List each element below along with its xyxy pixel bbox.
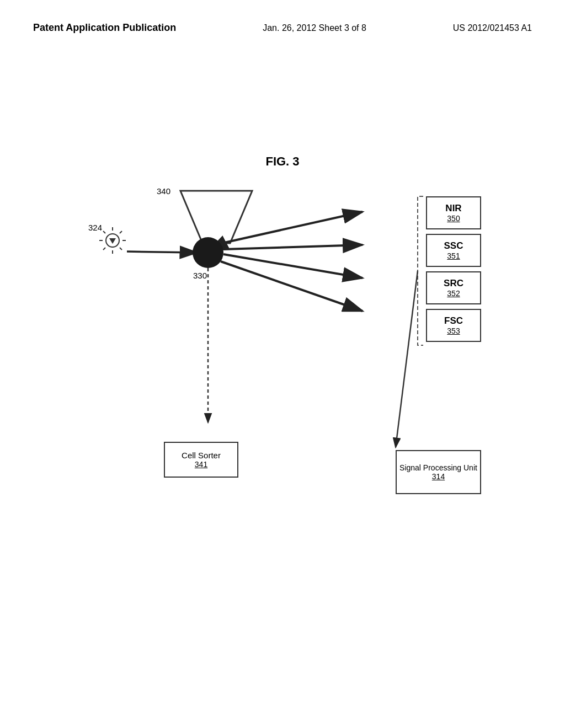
figure-title: FIG. 3 [265, 154, 299, 169]
svg-marker-9 [109, 238, 116, 244]
svg-line-5 [103, 231, 105, 233]
detector-ssc: SSC 351 [426, 234, 481, 267]
detector-src-name: SRC [444, 278, 463, 289]
cell-sorter-num: 341 [195, 460, 207, 469]
arrow-funnel-cell [209, 243, 225, 251]
arrow-laser-cell [127, 251, 197, 253]
svg-line-8 [120, 248, 122, 250]
detector-src: SRC 352 [426, 271, 481, 304]
page-header: Patent Application Publication Jan. 26, … [0, 0, 565, 34]
detector-nir: NIR 350 [426, 196, 481, 229]
detectors-group: NIR 350 SSC 351 SRC 352 FSC 353 [426, 196, 481, 342]
arrow-cell-src [223, 254, 363, 278]
cell-circle [193, 237, 223, 268]
figure-area: FIG. 3 [0, 154, 565, 494]
publication-date: Jan. 26, 2012 Sheet 3 of 8 [263, 23, 366, 33]
svg-line-6 [120, 231, 122, 233]
detector-fsc-num: 353 [447, 326, 460, 335]
detector-nir-num: 350 [447, 214, 460, 223]
svg-line-7 [103, 248, 105, 250]
signal-processing-unit-box: Signal Processing Unit 314 [396, 450, 481, 494]
diagram-svg [84, 185, 481, 494]
diagram: 340 324 330 NIR 350 SSC 351 SRC 352 FSC … [84, 185, 481, 494]
svg-point-0 [106, 234, 119, 247]
arrow-cell-nir [222, 212, 363, 243]
laser-source [99, 227, 126, 254]
detector-fsc-name: FSC [444, 315, 463, 326]
detector-bracket [418, 196, 423, 345]
detector-ssc-name: SSC [444, 240, 463, 251]
spu-num: 314 [432, 472, 445, 481]
detector-nir-name: NIR [445, 203, 461, 214]
label-324: 324 [88, 223, 102, 232]
arrow-cell-fsc [221, 261, 363, 311]
arrow-detectors-spu [396, 271, 418, 447]
cell-sorter-box: Cell Sorter 341 [164, 442, 238, 478]
label-330: 330 [193, 271, 207, 280]
spu-name: Signal Processing Unit [399, 463, 477, 472]
funnel-shape [180, 191, 252, 243]
publication-title: Patent Application Publication [33, 22, 176, 34]
detector-fsc: FSC 353 [426, 309, 481, 342]
publication-number: US 2012/021453 A1 [453, 23, 532, 33]
arrow-cell-ssc [223, 245, 363, 249]
cell-sorter-name: Cell Sorter [182, 451, 221, 460]
detector-src-num: 352 [447, 289, 460, 298]
detector-ssc-num: 351 [447, 251, 460, 260]
label-340: 340 [157, 186, 170, 196]
